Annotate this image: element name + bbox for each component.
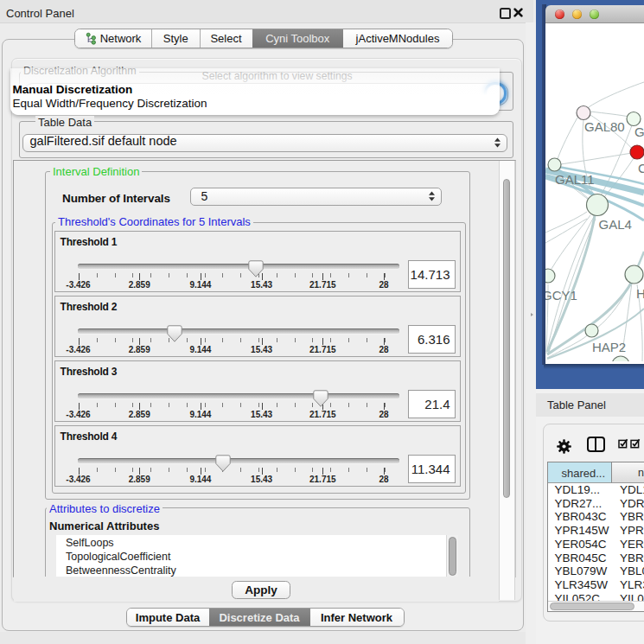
- svg-text:GCY1: GCY1: [545, 288, 577, 303]
- svg-text:GAL11: GAL11: [555, 172, 595, 187]
- svg-text:HAP4: HAP4: [636, 286, 644, 301]
- svg-text:CRM1: CRM1: [638, 161, 644, 175]
- svg-text:GAL80: GAL80: [584, 119, 625, 134]
- svg-text:GAL2: GAL2: [634, 124, 644, 139]
- svg-text:HAP2: HAP2: [592, 340, 626, 354]
- svg-text:GAL4: GAL4: [599, 217, 632, 232]
